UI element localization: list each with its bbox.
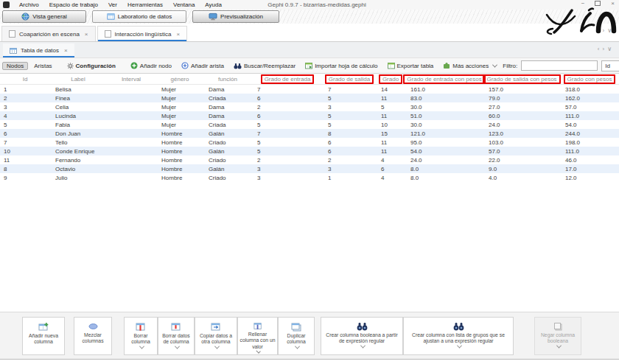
configuration-button[interactable]: Configuración bbox=[63, 62, 119, 70]
table-cell: 27.0 bbox=[483, 104, 560, 111]
tab-nav-controls[interactable]: ‹›∨ bbox=[598, 27, 615, 34]
table-cell: Hombre bbox=[156, 148, 203, 155]
workspace-tab-bar: Coaparición en escena×Interacción lingüí… bbox=[0, 24, 619, 42]
column-header-4[interactable]: función bbox=[203, 76, 252, 83]
column-header-6[interactable]: Grado de salida bbox=[323, 74, 376, 84]
add-node-button[interactable]: Añadir nodo bbox=[127, 61, 175, 70]
table-cell: 15 bbox=[376, 130, 405, 137]
menu-item-5[interactable]: Ayuda bbox=[200, 1, 227, 9]
column-action-button-3[interactable]: Borrar datos de columna bbox=[158, 317, 195, 355]
import-spreadsheet-button[interactable]: Importar hoja de cálculo bbox=[301, 61, 381, 70]
table-row[interactable]: 10Conde EnriqueHombreGalán561154.057.011… bbox=[0, 147, 619, 155]
mode-button-2[interactable]: Previsualización bbox=[192, 10, 279, 23]
menu-item-3[interactable]: Herramientas bbox=[122, 1, 168, 9]
table-cell: Mujer bbox=[156, 95, 203, 102]
table-cell: Fabia bbox=[50, 122, 106, 128]
column-header-1[interactable]: Label bbox=[50, 76, 106, 83]
table-cell: 30.0 bbox=[405, 104, 483, 111]
menu-item-1[interactable]: Espacio de trabajo bbox=[44, 1, 103, 9]
minimize-icon[interactable]: − bbox=[581, 0, 585, 7]
column-action-button-6[interactable]: Duplicar columna bbox=[278, 317, 315, 355]
workspace-tab-1[interactable]: Interacción lingüística× bbox=[97, 26, 188, 41]
table-cell: 8 bbox=[0, 166, 50, 172]
gear-icon bbox=[67, 63, 74, 69]
table-cell: 54.0 bbox=[560, 122, 619, 128]
column-action-button-0[interactable]: Añadir nueva columna bbox=[22, 317, 65, 355]
column-header-0[interactable]: Id bbox=[0, 76, 50, 83]
column-header-9[interactable]: Grado de salida con pesos bbox=[483, 74, 560, 84]
table-cell: Criada bbox=[203, 95, 252, 102]
column-header-8[interactable]: Grado de entrada con pesos bbox=[405, 74, 483, 84]
table-cell: 8 bbox=[323, 130, 376, 137]
chevron-down-icon bbox=[360, 343, 365, 349]
more-actions-button[interactable]: Más acciones bbox=[439, 61, 500, 70]
workspace-tab-0[interactable]: Coaparición en escena× bbox=[1, 26, 96, 41]
table-cell: 1 bbox=[323, 175, 376, 181]
column-header-5[interactable]: Grado de entrada bbox=[252, 74, 323, 84]
column-header-3[interactable]: género bbox=[156, 76, 203, 83]
column-action-button-4[interactable]: Copiar datos a otra columna bbox=[195, 317, 237, 355]
tab-nav-controls[interactable]: ‹›∨ bbox=[598, 46, 615, 52]
table-cell: 3 bbox=[252, 175, 323, 181]
table-cell: 3 bbox=[252, 166, 323, 172]
close-tab-icon[interactable]: × bbox=[176, 31, 180, 38]
menu-item-2[interactable]: Ver bbox=[103, 1, 122, 9]
tab-nav-more-icon[interactable]: ∨ bbox=[607, 27, 615, 34]
add-edge-button[interactable]: Añadir arista bbox=[178, 61, 228, 70]
edges-button[interactable]: Aristas bbox=[30, 62, 55, 70]
table-erase-icon bbox=[171, 322, 181, 332]
add-node-icon bbox=[130, 62, 138, 69]
table-cell: 6 bbox=[323, 139, 376, 146]
search-replace-button[interactable]: Buscar/Reemplazar bbox=[230, 62, 299, 70]
table-body: 1BelisaMujerDama7714161.0157.0318.02Fine… bbox=[0, 85, 619, 182]
column-action-button-1[interactable]: Mezclar columnas bbox=[74, 317, 112, 355]
table-cell: 11 bbox=[0, 157, 50, 164]
table-row[interactable]: 8OctavioHombreGalán3368.09.017.0 bbox=[0, 164, 619, 173]
column-header-2[interactable]: Interval bbox=[106, 76, 156, 83]
table-row[interactable]: 11FernandoHombreCriado22424.022.046.0 bbox=[0, 155, 619, 164]
menu-item-4[interactable]: Ventana bbox=[168, 1, 200, 9]
filter-input[interactable] bbox=[521, 60, 598, 71]
mode-button-1[interactable]: Laboratorio de datos bbox=[92, 10, 186, 23]
export-table-button[interactable]: Exportar tabla bbox=[384, 61, 438, 70]
table-cell: 24.0 bbox=[483, 122, 560, 128]
data-table-icon bbox=[107, 13, 115, 21]
table-header-row: IdLabelIntervalgénerofunciónGrado de ent… bbox=[0, 74, 619, 85]
close-tab-icon[interactable]: × bbox=[85, 31, 88, 38]
table-cell: 4 bbox=[0, 113, 50, 119]
table-cell: 79.0 bbox=[483, 95, 560, 102]
column-action-button-2[interactable]: Borrar columna bbox=[124, 317, 158, 355]
nodes-button[interactable]: Nodos bbox=[2, 62, 28, 70]
table-cell: 7 bbox=[0, 139, 50, 146]
table-row[interactable]: 6Don JuanHombreGalán7815121.0123.0244.0 bbox=[0, 129, 619, 138]
maximize-icon[interactable] bbox=[595, 1, 601, 6]
column-header-7[interactable]: Grado bbox=[376, 74, 405, 84]
table-cell: Hombre bbox=[156, 166, 203, 172]
table-row[interactable]: 3CeliaMujerDama23530.027.057.0 bbox=[0, 102, 619, 111]
table-row[interactable]: 1BelisaMujerDama7714161.0157.0318.0 bbox=[0, 85, 619, 94]
mode-button-0[interactable]: Vista general bbox=[2, 10, 86, 23]
table-row[interactable]: 4LucindaMujerDama651151.060.0111.0 bbox=[0, 111, 619, 120]
table-row[interactable]: 9JulioHombreCriado3148.04.012.0 bbox=[0, 173, 619, 182]
table-cell: 244.0 bbox=[560, 130, 619, 137]
table-cell: 3 bbox=[323, 166, 376, 172]
table-cell: 51.0 bbox=[405, 113, 483, 119]
column-header-10[interactable]: Grado con pesos bbox=[560, 74, 619, 84]
column-action-label: Rellenar columna con un valor bbox=[238, 330, 277, 351]
table-cell: 7 bbox=[323, 86, 376, 93]
column-action-button-8[interactable]: Crear columna con lista de grupos que se… bbox=[403, 317, 514, 355]
table-cell: Celia bbox=[50, 104, 106, 111]
filter-column-select[interactable]: Id bbox=[601, 60, 619, 71]
table-row[interactable]: 2FineaMujerCriada651183.079.0162.0 bbox=[0, 94, 619, 102]
tab-tabla-de-datos[interactable]: Tabla de datos × bbox=[3, 43, 74, 57]
table-row[interactable]: 5FabiaMujerCriada551030.024.054.0 bbox=[0, 120, 619, 129]
column-action-button-5[interactable]: Rellenar columna con un valor bbox=[237, 317, 278, 355]
datatable-tab-bar: Tabla de datos × ‹›∨ bbox=[0, 42, 619, 58]
table-row[interactable]: 7TelloHombreCriado561195.0103.0198.0 bbox=[0, 138, 619, 147]
close-tab-icon[interactable]: × bbox=[64, 47, 68, 54]
table-cell: 5 bbox=[323, 122, 376, 128]
close-icon[interactable]: × bbox=[611, 0, 615, 7]
tab-nav-more-icon[interactable]: ∨ bbox=[607, 46, 615, 52]
menu-item-0[interactable]: Archivo bbox=[14, 1, 44, 9]
column-action-button-7[interactable]: Crear columna booleana a partir de expre… bbox=[321, 317, 403, 355]
